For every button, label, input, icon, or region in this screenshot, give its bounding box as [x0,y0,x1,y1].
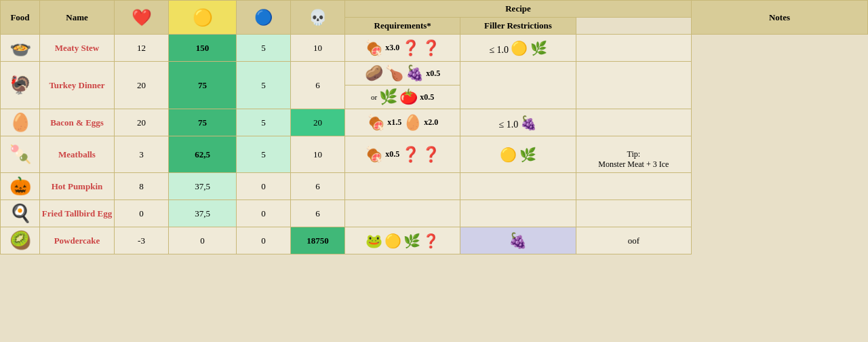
filler-cell [460,200,576,227]
filler-cell: ≤ 1.0 🍇 [460,109,576,136]
leq-symbol-2: ≤ 1.0 [499,119,519,130]
name-label: Name [66,12,88,22]
table-row: 🎃 Hot Pumpkin 8 37,5 0 6 [1,173,868,200]
perish-icon: 💀 [309,9,327,26]
mult-meatballs: x0.5 [385,149,399,159]
filler-cell: ≤ 1.0 🟡 🌿 [460,35,576,62]
stomach-val: 0 [237,200,291,227]
branch-filler-icon: 🌿 [530,41,547,56]
meat-icon-3: 🍖 [365,146,383,164]
notes-cell [576,62,691,109]
meaty-stew-icon: 🍲 [9,38,31,58]
req-cell [345,173,460,200]
powdercake-filler-icon: 🍇 [509,232,527,249]
filler-cell [460,62,576,109]
question-icon-1: ❓ [401,39,420,57]
question-icon-5: ❓ [422,233,439,249]
filler-cell [460,173,576,200]
grape-filler-icon: 🍇 [520,115,537,130]
gold-val: 150 [169,35,237,62]
food-label: Food [10,12,29,22]
stomach-val: 5 [237,136,291,173]
col-stomach-header: 🔵 [237,1,291,35]
powdercake-notes: oof [628,235,639,246]
gold-filler-2: 🟡 [500,147,517,162]
req-cell: 🍖 x3.0 ❓ ❓ [345,35,460,62]
mult-turkey-1: x0.5 [426,69,440,79]
stomach-val: 5 [237,35,291,62]
gold-val: 0 [169,227,237,254]
filler-label: Filler Restrictions [484,20,552,31]
table-row: 🥝 Powdercake -3 0 0 18750 🐸 🟡 🌿 ❓ 🍇 [1,227,868,254]
col-requirements-header: Requirements* [345,18,460,35]
table-row: 🍡 Meatballs 3 62,5 5 10 🍖 x0.5 ❓ ❓ 🟡 🌿 [1,136,868,173]
food-name-cell: Fried Tallbird Egg [40,200,115,227]
turkey-dinner-name: Turkey Dinner [49,80,104,90]
req-cell [345,200,460,227]
notes-cell: Tip: Monster Meat + 3 Ice [576,136,691,173]
gold-filler-icon: 🟡 [511,41,528,56]
stomach-icon: 🔵 [254,9,273,26]
food-icon-cell: 🥚 [1,109,40,136]
col-gold-header: 🟡 [169,1,237,35]
bacon-eggs-icon: 🥚 [9,113,31,132]
req-cell-1: 🥔 🍗 🍇 x0.5 [345,62,460,86]
notes-cell [576,109,691,136]
recipe-header: Recipe [345,1,692,18]
branch-icon-2: 🌿 [403,233,420,249]
or-label: or [371,93,377,101]
powdercake-name: Powdercake [54,235,100,246]
gold-val: 37,5 [169,173,237,200]
leq-symbol: ≤ 1.0 [489,45,509,55]
fried-egg-icon: 🍳 [9,204,31,223]
perish-val: 6 [291,173,345,200]
req-cell: 🐸 🟡 🌿 ❓ [345,227,460,254]
heart-icon: ❤️ [132,9,152,26]
grape-icon: 🍇 [406,64,424,82]
col-heart-header: ❤️ [115,1,169,35]
perish-val: 6 [291,62,345,109]
egg-icon: 🥚 [403,114,422,132]
fried-egg-name: Fried Tallbird Egg [42,208,112,218]
mult-bacon-2: x2.0 [424,117,438,128]
hot-pumpkin-name: Hot Pumpkin [52,181,103,191]
perish-val: 6 [291,200,345,227]
filler-cell: 🍇 [460,227,576,254]
table-row: 🦃 Turkey Dinner 20 75 5 6 🥔 🍗 🍇 x0.5 [1,62,868,86]
meat-icon-2: 🍖 [367,114,385,132]
req-cell-2: or 🌿 🍅 x0.5 [345,86,460,109]
heart-val: 20 [115,109,169,136]
col-notes-header: Notes [692,1,868,35]
perish-val: 10 [291,35,345,62]
food-icon-cell: 🎃 [1,173,40,200]
heart-val: 8 [115,173,169,200]
col-filler-header: Filler Restrictions [460,18,576,35]
col-perish-header: 💀 [291,1,345,35]
perish-val: 10 [291,136,345,173]
perish-val: 18750 [291,227,345,254]
notes-cell [576,173,691,200]
notes-cell: oof [576,227,691,254]
powdercake-icon: 🥝 [9,231,31,250]
food-name-cell: Turkey Dinner [40,62,115,109]
veggie-icon: 🌿 [379,88,397,106]
potato-icon: 🥔 [365,64,383,82]
notes-cell [576,35,691,62]
meatballs-icon: 🍡 [9,145,31,164]
gold-val: 62,5 [169,136,237,173]
heart-val: 0 [115,200,169,227]
stomach-val: 5 [237,62,291,109]
perish-val: 20 [291,109,345,136]
mult-turkey-2: x0.5 [420,92,434,102]
gold-val: 75 [169,109,237,136]
heart-val: 12 [115,35,169,62]
food-name-cell: Meatballs [40,136,115,173]
question-icon-3: ❓ [401,146,420,164]
food-icon-cell: 🍳 [1,200,40,227]
stomach-val: 0 [237,173,291,200]
meatballs-notes: Tip: Monster Meat + 3 Ice [598,149,669,169]
food-icon-cell: 🥝 [1,227,40,254]
hot-pumpkin-icon: 🎃 [9,176,31,196]
table-row: 🍲 Meaty Stew 12 150 5 10 🍖 x3.0 ❓ ❓ ≤ 1.… [1,35,868,62]
heart-val: 20 [115,62,169,109]
